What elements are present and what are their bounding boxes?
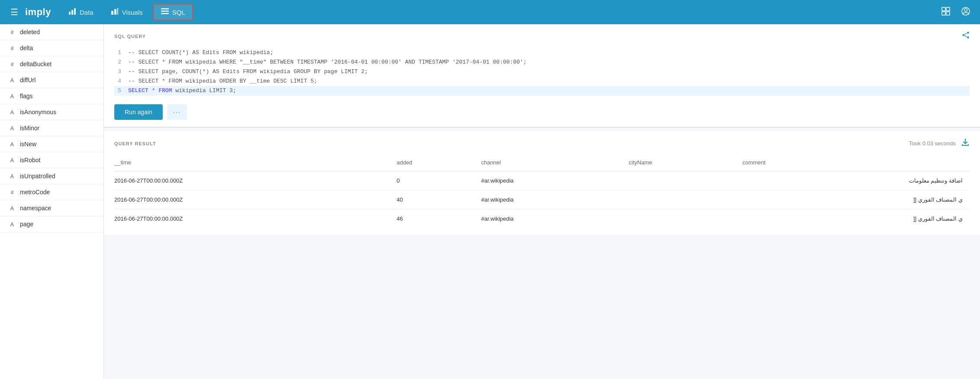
svg-rect-3 <box>111 11 113 15</box>
svg-point-16 <box>962 34 964 36</box>
result-meta: Took 0.03 seconds <box>909 138 970 149</box>
result-table: __time added channel cityName comment 20… <box>114 156 970 228</box>
sidebar-item-diffurl[interactable]: A diffUrl <box>0 72 103 88</box>
data-icon <box>68 7 76 17</box>
cell-time: 2016-06-27T00:00:00.000Z <box>114 209 397 228</box>
item-label: deleted <box>20 29 40 35</box>
type-icon-hash: # <box>9 189 16 196</box>
cell-channel: #ar.wikipedia <box>481 209 629 228</box>
svg-rect-6 <box>161 8 169 10</box>
nav-sql-label: SQL <box>172 9 185 16</box>
type-icon-a: A <box>9 221 16 228</box>
cell-cityname <box>629 171 743 190</box>
line-number: 1 <box>114 48 128 58</box>
item-label: diffUrl <box>20 77 35 84</box>
sidebar-item-delta[interactable]: # delta <box>0 40 103 56</box>
nav-item-visuals[interactable]: Visuals <box>104 4 150 20</box>
item-label: flags <box>20 93 33 100</box>
svg-rect-11 <box>942 12 945 15</box>
query-result-title: QUERY RESULT <box>114 141 156 146</box>
sidebar-item-isunpatrolled[interactable]: A isUnpatrolled <box>0 168 103 184</box>
item-label: delta <box>20 45 33 51</box>
svg-rect-2 <box>74 8 76 15</box>
share-icon[interactable] <box>962 31 970 41</box>
code-text: wikipedia LIMIT 3; <box>175 87 236 94</box>
col-added: added <box>397 156 481 171</box>
nav-right-area <box>938 4 973 21</box>
svg-rect-1 <box>71 10 73 15</box>
code-text: * <box>152 87 159 94</box>
cell-added: 0 <box>397 171 481 190</box>
item-label: isAnonymous <box>20 109 56 116</box>
code-line-2: 2 -- SELECT * FROM wikipedia WHERE "__ti… <box>114 58 970 67</box>
svg-rect-8 <box>161 13 169 14</box>
sidebar-item-metrocode[interactable]: # metroCode <box>0 184 103 200</box>
type-icon-a: A <box>9 93 16 100</box>
item-label: isRobot <box>20 157 40 164</box>
sql-icon <box>161 8 169 16</box>
sidebar-item-isminor[interactable]: A isMinor <box>0 120 103 136</box>
item-label: isUnpatrolled <box>20 173 55 180</box>
sidebar-item-namespace[interactable]: A namespace <box>0 200 103 216</box>
svg-point-17 <box>967 36 969 39</box>
sidebar-item-isnew[interactable]: A isNew <box>0 136 103 152</box>
code-editor[interactable]: 1 -- SELECT COUNT(*) AS Edits FROM wikip… <box>114 46 970 97</box>
app-logo: imply <box>25 6 51 18</box>
content-area: SQL QUERY 1 -- SELECT COUNT(*) AS Edits … <box>104 24 980 379</box>
cell-comment: ي المصناف الفوري [[ <box>742 209 970 228</box>
sidebar-item-deleted[interactable]: # deleted <box>0 24 103 40</box>
table-row: 2016-06-27T00:00:00.000Z 40 #ar.wikipedi… <box>114 190 970 209</box>
user-icon[interactable] <box>958 4 973 21</box>
nav-item-sql[interactable]: SQL <box>153 4 193 20</box>
table-header-row: __time added channel cityName comment <box>114 156 970 171</box>
sidebar-item-deltabucket[interactable]: # deltaBucket <box>0 56 103 72</box>
cell-added: 46 <box>397 209 481 228</box>
col-cityname: cityName <box>629 156 743 171</box>
type-icon-hash: # <box>9 61 16 67</box>
item-label: namespace <box>20 205 51 212</box>
col-time: __time <box>114 156 397 171</box>
sidebar-item-page[interactable]: A page <box>0 216 103 232</box>
query-result-section: QUERY RESULT Took 0.03 seconds __time <box>104 131 980 235</box>
download-icon[interactable] <box>961 138 970 149</box>
type-icon-hash: # <box>9 45 16 51</box>
main-layout: # deleted # delta # deltaBucket A diffUr… <box>0 24 980 379</box>
svg-point-14 <box>964 8 967 11</box>
cell-added: 40 <box>397 190 481 209</box>
result-header: QUERY RESULT Took 0.03 seconds <box>114 138 970 149</box>
svg-line-19 <box>964 35 967 37</box>
sidebar-item-flags[interactable]: A flags <box>0 88 103 104</box>
line-number: 2 <box>114 58 128 67</box>
sidebar-item-isanonymous[interactable]: A isAnonymous <box>0 104 103 120</box>
cell-comment: ي المصناف الفوري [[ <box>742 190 970 209</box>
code-line-5: 5 SELECT * FROM wikipedia LIMIT 3; <box>114 86 970 96</box>
hamburger-icon[interactable]: ☰ <box>7 3 22 21</box>
type-icon-hash: # <box>9 29 16 35</box>
layout-icon[interactable] <box>938 4 953 21</box>
keyword-select: SELECT <box>128 87 148 94</box>
code-line-1: 1 -- SELECT COUNT(*) AS Edits FROM wikip… <box>114 48 970 58</box>
sidebar: # deleted # delta # deltaBucket A diffUr… <box>0 24 104 379</box>
more-options-button[interactable]: ··· <box>167 104 187 120</box>
visuals-icon <box>111 7 119 17</box>
type-icon-a: A <box>9 173 16 180</box>
svg-rect-4 <box>114 9 116 15</box>
line-content: SELECT * FROM wikipedia LIMIT 3; <box>128 86 970 96</box>
svg-rect-12 <box>946 12 950 15</box>
nav-data-label: Data <box>80 9 93 16</box>
nav-visuals-label: Visuals <box>122 9 143 16</box>
type-icon-a: A <box>9 109 16 116</box>
svg-rect-9 <box>942 7 945 11</box>
sql-query-section: SQL QUERY 1 -- SELECT COUNT(*) AS Edits … <box>104 24 980 128</box>
col-comment: comment <box>742 156 970 171</box>
run-again-button[interactable]: Run again <box>114 104 163 120</box>
item-label: isNew <box>20 141 36 148</box>
svg-rect-0 <box>69 12 71 15</box>
svg-point-15 <box>967 32 969 34</box>
line-content: -- SELECT * FROM wikipedia WHERE "__time… <box>128 58 970 67</box>
line-content: -- SELECT COUNT(*) AS Edits FROM wikiped… <box>128 48 970 58</box>
nav-item-data[interactable]: Data <box>61 4 100 20</box>
sidebar-item-isrobot[interactable]: A isRobot <box>0 152 103 168</box>
run-bar: Run again ··· <box>114 104 970 120</box>
cell-time: 2016-06-27T00:00:00.000Z <box>114 171 397 190</box>
